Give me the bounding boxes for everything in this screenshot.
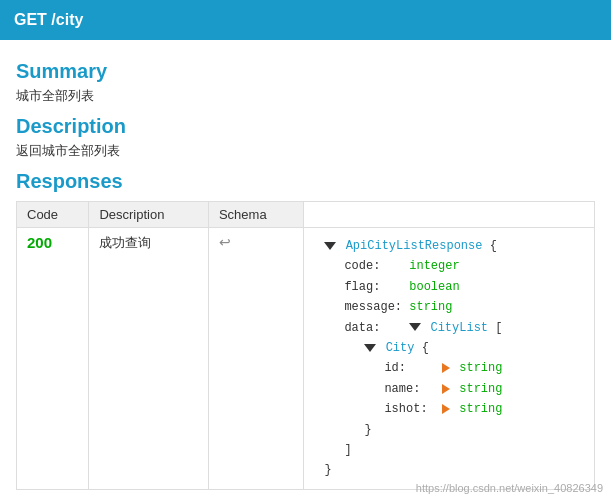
top-bar: GET /city [0, 0, 611, 40]
schema-line-flag: flag: boolean [314, 277, 584, 297]
response-description: 成功查询 [89, 228, 209, 490]
endpoint-label: GET /city [14, 11, 83, 29]
responses-table: Code Description Schema 200 成功查询 ↩ [16, 201, 595, 490]
responses-title: Responses [16, 170, 595, 193]
expand-icon-id[interactable] [442, 363, 450, 373]
collapse-icon-citylist[interactable] [409, 323, 421, 331]
expand-icon-name[interactable] [442, 384, 450, 394]
summary-text: 城市全部列表 [16, 87, 595, 105]
collapse-icon-root[interactable] [324, 242, 336, 250]
col-schema: Schema [208, 202, 303, 228]
watermark: https://blog.csdn.net/weixin_40826349 [416, 482, 603, 494]
schema-line-id: id: string [314, 358, 584, 378]
collapse-icon-city[interactable] [364, 344, 376, 352]
response-refresh: ↩ [208, 228, 303, 490]
schema-line-name: name: string [314, 379, 584, 399]
schema-close-city: } [314, 420, 584, 440]
schema-line-message: message: string [314, 297, 584, 317]
schema-close-root: } [314, 460, 584, 480]
response-code: 200 [17, 228, 89, 490]
schema-line-ishot: ishot: string [314, 399, 584, 419]
schema-line-code: code: integer [314, 256, 584, 276]
table-row: 200 成功查询 ↩ ApiCityListResponse { [17, 228, 595, 490]
content-area: Summary 城市全部列表 Description 返回城市全部列表 Resp… [0, 40, 611, 500]
schema-line-city: City { [314, 338, 584, 358]
description-title: Description [16, 115, 595, 138]
expand-icon-ishot[interactable] [442, 404, 450, 414]
summary-title: Summary [16, 60, 595, 83]
col-description: Description [89, 202, 209, 228]
col-code: Code [17, 202, 89, 228]
description-text: 返回城市全部列表 [16, 142, 595, 160]
schema-line-data: data: CityList [ [314, 318, 584, 338]
schema-tree: ApiCityListResponse { code: integer flag… [314, 234, 584, 483]
schema-line-root: ApiCityListResponse { [314, 236, 584, 256]
schema-close-citylist: ] [314, 440, 584, 460]
schema-cell: ApiCityListResponse { code: integer flag… [304, 228, 595, 490]
